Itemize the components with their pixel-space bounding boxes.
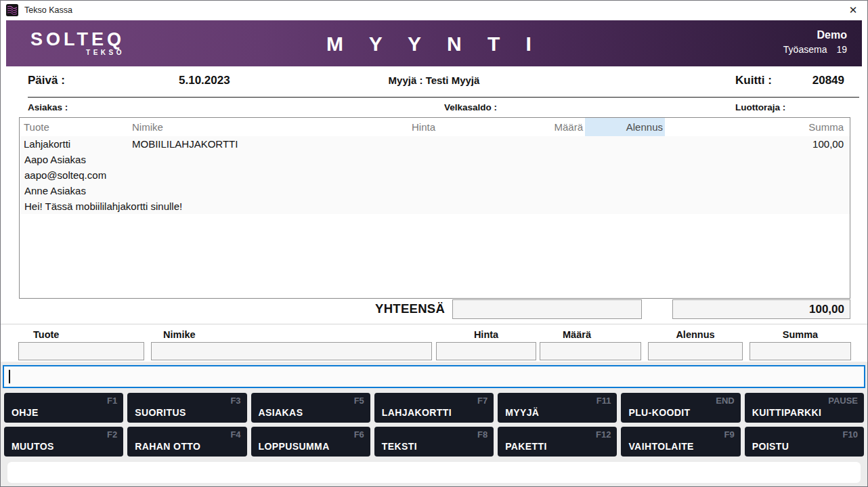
fkey-shortcut: F11 [596, 396, 611, 406]
fkey-shortcut: F10 [843, 429, 858, 440]
fkey-label: PAKETTI [505, 441, 547, 452]
entry-label-nimike: Nimike [163, 329, 196, 340]
fkey-lahjakortti[interactable]: LAHJAKORTTIF7 [374, 393, 494, 423]
total-amount: 100,00 [672, 299, 850, 319]
status-strip [7, 462, 861, 483]
fkey-paketti[interactable]: PAKETTIF12 [498, 427, 617, 457]
fkey-label: OHJE [12, 407, 39, 418]
fkey-suoritus[interactable]: SUORITUSF3 [127, 393, 246, 423]
table-body: Lahjakortti MOBIILILAHJAKORTTI 100,00 Aa… [20, 136, 850, 214]
table-row[interactable]: aapo@solteq.com [20, 167, 850, 183]
close-icon[interactable]: ✕ [844, 2, 862, 18]
table-row[interactable]: Hei! Tässä mobiililahjakortti sinulle! [20, 198, 850, 214]
workstation-line: Työasema19 [783, 43, 847, 56]
tekso-kassa-window: Tekso Kassa ✕ SOLTEQ TEKSO M Y Y N T I D… [0, 0, 868, 487]
column-header-nimike: Nimike [128, 118, 382, 136]
fkey-loppusumma[interactable]: LOPPUSUMMAF6 [251, 427, 370, 457]
fkey-rahan-otto[interactable]: RAHAN OTTOF4 [127, 427, 246, 457]
column-header-tuote: Tuote [20, 118, 128, 136]
entry-label-maara: Määrä [526, 329, 628, 340]
fkey-label: SUORITUS [135, 407, 186, 418]
workstation-number: 19 [836, 43, 847, 56]
entry-label-hinta: Hinta [436, 329, 536, 340]
fkey-shortcut: F12 [596, 429, 611, 440]
app-header: SOLTEQ TEKSO M Y Y N T I Demo Työasema19 [6, 20, 862, 66]
fkey-shortcut: PAUSE [828, 396, 858, 406]
workstation-label: Työasema [783, 44, 827, 55]
fkey-teksti[interactable]: TEKSTIF8 [374, 427, 494, 457]
total-entry-field[interactable] [452, 299, 642, 319]
fkey-shortcut: F2 [107, 429, 117, 440]
fkey-label: KUITTIPARKKI [752, 407, 822, 418]
table-row[interactable]: Anne Asiakas [20, 183, 850, 198]
fkey-label: RAHAN OTTO [135, 441, 200, 452]
table-row[interactable]: Lahjakortti MOBIILILAHJAKORTTI 100,00 [20, 136, 850, 152]
credit-limit-label: Luottoraja : [735, 102, 785, 112]
price-input[interactable] [436, 342, 536, 360]
titlebar: Tekso Kassa ✕ [1, 1, 867, 20]
fkey-poistu[interactable]: POISTUF10 [745, 427, 864, 457]
divider [28, 97, 859, 98]
text-cursor [9, 370, 10, 383]
header-right: Demo Työasema19 [783, 28, 847, 56]
fkey-label: LOPPUSUMMA [259, 441, 330, 452]
receipt-number: 20849 [779, 74, 844, 87]
fkey-asiakas[interactable]: ASIAKASF5 [251, 393, 370, 423]
entry-label-tuote: Tuote [33, 329, 59, 340]
fkey-shortcut: F4 [230, 429, 240, 440]
item-sum: 100,00 [665, 136, 850, 152]
fkey-myyja[interactable]: MYYJÄF11 [498, 393, 617, 423]
fkey-shortcut: F5 [354, 396, 364, 406]
entry-label-alennus: Alennus [648, 329, 743, 340]
column-header-summa: Summa [665, 118, 850, 136]
environment-label: Demo [783, 28, 847, 43]
fkey-vaihtolaite[interactable]: VAIHTOLAITEF9 [621, 427, 740, 457]
divider [1, 324, 867, 324]
table-header-row: Tuote Nimike Hinta Määrä Alennus Summa [20, 118, 850, 136]
fkey-kuittiparkki[interactable]: KUITTIPARKKIPAUSE [745, 393, 864, 423]
fkey-plu-koodit[interactable]: PLU-KOODITEND [621, 393, 740, 423]
item-product: Lahjakortti [20, 136, 128, 152]
fkey-label: ASIAKAS [259, 407, 303, 418]
fkey-ohje[interactable]: OHJEF1 [4, 393, 123, 423]
fkey-shortcut: F8 [477, 429, 487, 440]
fkey-label: MUUTOS [12, 441, 54, 452]
total-label: YHTEENSÄ [375, 301, 445, 316]
receipt-label: Kuitti : [735, 74, 772, 87]
fkey-shortcut: F3 [230, 396, 240, 406]
window-title: Tekso Kassa [24, 5, 72, 15]
entry-label-summa: Summa [750, 329, 851, 340]
fkey-label: POISTU [752, 441, 789, 452]
fkey-label: VAIHTOLAITE [628, 441, 693, 452]
column-header-alennus: Alennus [585, 118, 665, 136]
debt-balance-label: Velkasaldo : [444, 102, 497, 112]
fkey-muutos[interactable]: MUUTOSF2 [4, 427, 123, 457]
fkey-shortcut: F9 [724, 429, 735, 440]
sum-input[interactable] [750, 342, 851, 360]
table-row[interactable]: Aapo Asiakas [20, 152, 850, 167]
fkey-shortcut: F1 [107, 396, 117, 406]
page-title: M Y Y N T I [6, 33, 862, 56]
column-header-hinta: Hinta [382, 118, 437, 136]
fkey-label: LAHJAKORTTI [382, 407, 452, 418]
receipt-items-table: Tuote Nimike Hinta Määrä Alennus Summa L… [19, 117, 850, 299]
fkey-shortcut: END [716, 396, 734, 406]
function-key-grid: OHJEF1 SUORITUSF3 ASIAKASF5 LAHJAKORTTIF… [4, 393, 864, 457]
item-name: MOBIILILAHJAKORTTI [128, 136, 382, 152]
fkey-label: PLU-KOODIT [628, 407, 690, 418]
fkey-label: MYYJÄ [505, 407, 539, 418]
discount-input[interactable] [648, 342, 743, 360]
quantity-input[interactable] [540, 342, 641, 360]
fkey-shortcut: F6 [354, 429, 364, 440]
customer-label: Asiakas : [28, 102, 68, 112]
fkey-label: TEKSTI [382, 441, 417, 452]
product-input[interactable] [18, 342, 144, 360]
name-input[interactable] [151, 342, 432, 360]
command-input[interactable] [3, 365, 865, 388]
column-header-maara: Määrä [437, 118, 585, 136]
app-icon [6, 4, 18, 16]
fkey-shortcut: F7 [477, 396, 487, 406]
